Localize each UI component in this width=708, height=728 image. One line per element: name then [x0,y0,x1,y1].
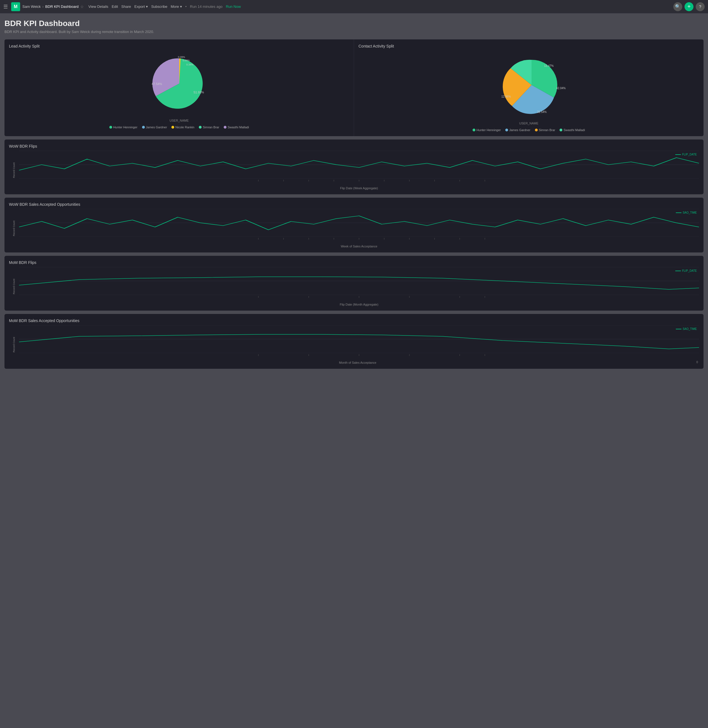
mom-flips-line-indicator [675,271,681,271]
wow-sao-x-label: Week of Sales Acceptance [19,245,699,248]
breadcrumb-current: BDR KPI Dashboard [45,4,78,9]
share-link[interactable]: Share [121,4,131,9]
search-button[interactable]: 🔍 [673,2,682,11]
add-button[interactable]: + [685,2,693,11]
c-james-label: James Gardner [509,128,530,132]
c-james-dot [505,129,508,131]
wow-flips-chart-area: FLIP_DATE [19,151,699,190]
mom-bdr-flips-panel: MoM BDR Flips Record Count FLIP_DATE [4,256,704,310]
contact-legend-james: James Gardner [505,128,530,132]
mom-sao-chart-area: SAO_TIME Month of Sales Ac [19,325,699,364]
svg-text:12.96%: 12.96% [501,95,511,98]
svg-text:51.93%: 51.93% [193,91,204,94]
mom-flips-svg [19,267,699,295]
wow-flips-y-axis: Record Count [9,151,19,190]
help-button[interactable]: ? [696,2,705,11]
contact-activity-pie-container: 13.47% 42.04% 31.54% 12.96% USER_NAME Hu… [358,51,699,132]
wow-sao-chart-row: Record Count SAO_TIME [9,209,699,248]
nav-actions: View Details Edit Share Export ▾ Subscri… [88,4,241,9]
lead-legend-header: USER_NAME [170,119,189,122]
svg-text:31.54%: 31.54% [537,110,547,113]
contact-activity-panel: Contact Activity Split 13.47% 42.04% 31.… [354,39,704,136]
wow-flips-line-indicator [675,154,681,155]
wow-sao-y-axis: Record Count [9,209,19,248]
hamburger-icon[interactable]: ☰ [3,4,8,10]
svg-text:47.54%: 47.54% [152,82,162,86]
top-charts-row: Lead Activity Split 47.54% 51.93% 0.09% … [4,39,704,136]
mom-sao-chart-row: Record Count SAO_TIME [9,325,699,364]
legend-item-swasthi: Swasthi Malladi [224,126,249,129]
mom-flips-x-label: Flip Date (Month Aggregate) [19,303,699,306]
contact-legend: Hunter Henninger James Gardner Simran Br… [473,128,585,132]
legend-item-hunter: Hunter Henninger [109,126,138,129]
mom-sao-y-axis: Record Count [9,325,19,364]
svg-text:0.09%: 0.09% [178,56,185,58]
mom-sao-svg [19,325,699,353]
top-navigation: ☰ M Sam Weick › BDR KPI Dashboard ☆ View… [0,0,708,13]
swasthi-color-dot [224,126,226,129]
mom-flips-chart-area: FLIP_DATE Flip Date (Month Aggregate) [19,267,699,306]
favorite-icon[interactable]: ☆ [80,4,84,9]
nicole-label: Nicole Rankin [175,126,194,129]
contact-activity-pie: 13.47% 42.04% 31.54% 12.96% [484,53,573,117]
contact-legend-header: USER_NAME [519,122,538,125]
mom-sao-title: MoM BDR Sales Accepted Opportunities [9,318,699,323]
wow-sao-line-indicator [676,212,682,213]
run-time: Run 14 minutes ago [190,4,222,9]
page-title: BDR KPI Dashboard [4,19,704,28]
legend-item-simran: Simran Brar [199,126,219,129]
svg-text:0.09%: 0.09% [183,59,190,62]
app-logo[interactable]: M [11,2,20,11]
lead-activity-pie: 47.54% 51.93% 0.09% 0.09% 0.34% [143,53,216,115]
wow-sao-title: WoW BDR Sales Accepted Opportunities [9,202,699,207]
wow-flips-chart-row: Record Count FLIP_DATE [9,151,699,190]
hunter-color-dot [109,126,112,129]
breadcrumb: Sam Weick › BDR KPI Dashboard ☆ [22,4,84,9]
wow-sao-svg [19,209,699,237]
wow-sao-x-ticks [19,238,699,242]
mom-sao-x-ticks [19,354,699,359]
swasthi-label: Swasthi Malladi [228,126,249,129]
legend-item-james: James Gardner [142,126,167,129]
view-details-link[interactable]: View Details [88,4,108,9]
more-link[interactable]: More ▾ [171,4,182,9]
mom-sao-x-label: Month of Sales Acceptance [19,361,696,364]
c-hunter-dot [473,129,475,131]
breadcrumb-user[interactable]: Sam Weick [22,4,41,9]
mom-flips-legend: FLIP_DATE [675,269,697,272]
contact-legend-swasthi: Swasthi Malladi [560,128,585,132]
mom-flips-y-axis: Record Count [9,267,19,306]
wow-flips-x-label: Flip Date (Week Aggregate) [19,187,699,190]
nicole-color-dot [171,126,174,129]
mom-bdr-sao-panel: MoM BDR Sales Accepted Opportunities Rec… [4,314,704,369]
wow-flips-title: WoW BDR Flips [9,144,699,148]
c-hunter-label: Hunter Henninger [476,128,501,132]
wow-flips-legend: FLIP_DATE [675,153,697,156]
svg-text:0.34%: 0.34% [186,63,193,66]
export-link[interactable]: Export ▾ [134,4,148,9]
mom-flips-title: MoM BDR Flips [9,260,699,265]
lead-activity-panel: Lead Activity Split 47.54% 51.93% 0.09% … [4,39,354,136]
wow-flips-svg [19,151,699,178]
c-simran-label: Simran Brar [539,128,555,132]
subscribe-link[interactable]: Subscribe [151,4,167,9]
page-subtitle: BDR KPI and Activity dashboard. Built by… [4,30,704,34]
lead-activity-pie-container: 47.54% 51.93% 0.09% 0.09% 0.34% USER_NAM… [9,51,349,129]
wow-flips-y-label: Record Count [13,162,15,178]
wow-bdr-flips-panel: WoW BDR Flips Record Count FLIP_DATE [4,139,704,194]
lead-legend: Hunter Henninger James Gardner Nicole Ra… [109,126,249,129]
c-simran-dot [535,129,538,131]
mom-flips-x-ticks [19,296,699,300]
lead-activity-title: Lead Activity Split [9,44,349,48]
edit-link[interactable]: Edit [112,4,118,9]
james-color-dot [142,126,145,129]
svg-text:42.04%: 42.04% [556,87,566,90]
legend-item-nicole: Nicole Rankin [171,126,194,129]
separator-dot: • [186,4,187,9]
mom-flips-chart-row: Record Count FLIP_DATE [9,267,699,306]
mom-sao-legend: SAO_TIME [676,327,697,331]
c-swasthi-dot [560,129,562,131]
run-now-button[interactable]: Run Now [226,4,241,9]
james-label: James Gardner [146,126,167,129]
mom-flips-y-label: Record Count [13,279,15,294]
